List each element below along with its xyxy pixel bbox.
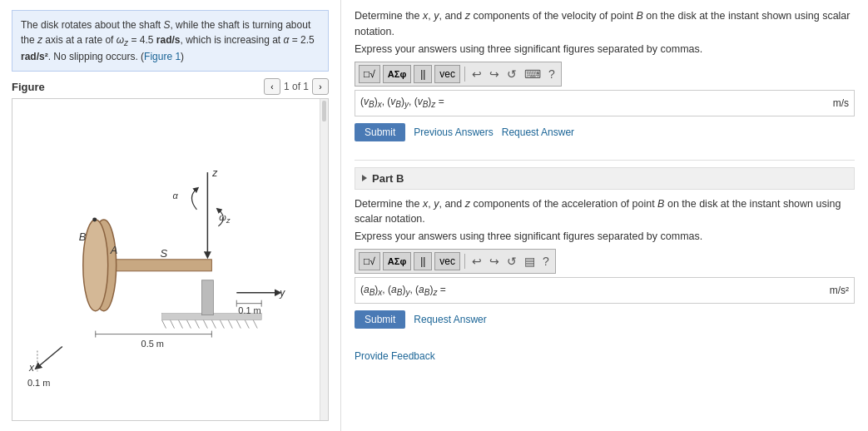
svg-text:S: S: [161, 247, 168, 260]
svg-rect-14: [201, 280, 213, 315]
svg-text:B: B: [79, 230, 87, 243]
help-icon-b: ?: [543, 255, 549, 268]
figure-page-count: 1 of 1: [284, 81, 309, 92]
problem-description: The disk rotates about the shaft S, whil…: [12, 10, 329, 72]
figure-next-button[interactable]: ›: [312, 78, 329, 95]
vec-icon-a: vec: [439, 68, 455, 80]
part-a-previous-answers-link[interactable]: Previous Answers: [414, 126, 493, 138]
scroll-bar[interactable]: [320, 99, 328, 420]
redo-icon-a: ↪: [489, 67, 499, 81]
sqrt-button-b[interactable]: □√: [359, 252, 380, 270]
figure-nav: ‹ 1 of 1 ›: [264, 78, 329, 95]
vec-button-b[interactable]: vec: [434, 252, 460, 270]
svg-text:z: z: [211, 167, 218, 179]
figure-prev-button[interactable]: ‹: [264, 78, 280, 95]
toolbar-divider-a: [464, 67, 465, 82]
vec-icon-b: vec: [439, 255, 455, 267]
problem-text-main: The disk rotates about the shaft S, whil…: [21, 19, 315, 62]
sigma-icon-b: ΑΣφ: [388, 256, 406, 266]
svg-point-20: [92, 218, 97, 222]
part-a-input[interactable]: [451, 94, 826, 112]
part-a-input-label: (vB)x, (vB)y, (vB)z =: [360, 96, 444, 109]
figure-header: Figure ‹ 1 of 1 ›: [12, 78, 329, 95]
svg-text:α: α: [172, 191, 178, 201]
svg-text:y: y: [279, 287, 285, 299]
sqrt-icon-b: □√: [364, 255, 375, 267]
toolbar-divider-b: [464, 254, 465, 269]
part-b-unit: m/s²: [830, 285, 849, 296]
part-a-request-answer-link[interactable]: Request Answer: [502, 126, 574, 138]
refresh-button-a[interactable]: ↺: [504, 66, 519, 82]
help-button-b[interactable]: ?: [540, 253, 552, 270]
part-b-question: Determine the x, y, and z components of …: [355, 196, 855, 228]
part-b-subtext: Express your answers using three signifi…: [355, 230, 855, 242]
part-b-input-row: (aB)x, (aB)y, (aB)z = m/s²: [355, 277, 855, 304]
part-b-submit-button[interactable]: Submit: [355, 310, 405, 329]
undo-icon-b: ↩: [472, 255, 482, 268]
part-b-actions: Submit Request Answer: [355, 310, 855, 329]
refresh-button-b[interactable]: ↺: [504, 253, 519, 270]
sigma-button-a[interactable]: ΑΣφ: [383, 65, 411, 83]
figure-diagram: B A S z α ωz y x 0: [12, 98, 329, 421]
svg-text:A: A: [110, 244, 118, 256]
scroll-thumb[interactable]: [322, 101, 326, 121]
figure-label: Figure: [12, 81, 45, 93]
keyboard-button-a[interactable]: ⌨: [522, 66, 543, 82]
svg-text:0.5 m: 0.5 m: [141, 339, 164, 349]
provide-feedback-section: Provide Feedback: [355, 350, 855, 362]
undo-button-a[interactable]: ↩: [469, 66, 484, 82]
sigma-icon-a: ΑΣφ: [388, 69, 406, 79]
sqrt-button-a[interactable]: □√: [359, 65, 380, 83]
refresh-icon-a: ↺: [507, 67, 517, 81]
help-icon-a: ?: [548, 67, 555, 81]
part-b-header: Part B: [355, 167, 855, 190]
refresh-icon-b: ↺: [507, 255, 517, 268]
part-a-section: Determine the x, y, and z components of …: [355, 8, 855, 150]
provide-feedback-link[interactable]: Provide Feedback: [355, 350, 435, 362]
part-a-subtext: Express your answers using three signifi…: [355, 43, 855, 55]
pipe-button-a[interactable]: ||: [414, 65, 432, 83]
sqrt-icon-a: □√: [364, 68, 375, 80]
right-panel: Determine the x, y, and z components of …: [341, 0, 868, 431]
math-toolbar-b: □√ ΑΣφ || vec ↩ ↪ ↺ ▤: [355, 249, 556, 274]
undo-icon-a: ↩: [472, 67, 482, 81]
keyboard-button-b[interactable]: ▤: [522, 253, 538, 270]
redo-button-b[interactable]: ↪: [487, 253, 502, 270]
math-toolbar-a: □√ ΑΣφ || vec ↩ ↪ ↺ ⌨: [355, 62, 562, 87]
svg-point-18: [83, 220, 108, 311]
part-b-title: Part B: [372, 172, 404, 185]
svg-text:x: x: [28, 363, 35, 374]
figure-link[interactable]: Figure 1: [144, 51, 181, 62]
svg-text:0.1 m: 0.1 m: [238, 305, 260, 315]
redo-icon-b: ↪: [489, 255, 499, 268]
part-a-actions: Submit Previous Answers Request Answer: [355, 123, 855, 141]
part-a-question: Determine the x, y, and z components of …: [355, 8, 855, 40]
part-b-triangle-icon: [362, 175, 367, 181]
left-panel: The disk rotates about the shaft S, whil…: [0, 0, 341, 431]
part-a-submit-button[interactable]: Submit: [355, 123, 405, 141]
redo-button-a[interactable]: ↪: [487, 66, 502, 82]
part-a-unit: m/s: [833, 97, 849, 109]
pipe-icon-b: ||: [420, 255, 425, 267]
undo-button-b[interactable]: ↩: [469, 253, 484, 270]
keyboard-icon-b: ▤: [524, 255, 535, 268]
part-b-request-answer-link[interactable]: Request Answer: [414, 314, 486, 325]
vec-button-a[interactable]: vec: [434, 65, 460, 83]
keyboard-icon-a: ⌨: [524, 67, 541, 81]
part-a-input-row: (vB)x, (vB)y, (vB)z = m/s: [355, 90, 855, 116]
help-button-a[interactable]: ?: [546, 66, 558, 82]
part-b-input-label: (aB)x, (aB)y, (aB)z =: [360, 284, 446, 297]
part-b-input[interactable]: [453, 281, 823, 300]
sigma-button-b[interactable]: ΑΣφ: [383, 252, 411, 270]
separator: [355, 160, 855, 161]
figure-svg: B A S z α ωz y x 0: [12, 99, 328, 420]
part-b-section: Determine the x, y, and z components of …: [355, 196, 855, 338]
pipe-icon-a: ||: [420, 68, 425, 80]
pipe-button-b[interactable]: ||: [414, 252, 432, 270]
svg-text:0.1 m: 0.1 m: [27, 379, 50, 389]
